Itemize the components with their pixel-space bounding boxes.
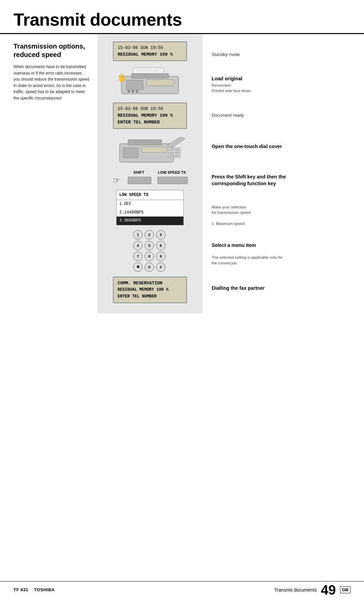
applicable-label: The selected setting is applicable only …: [212, 255, 355, 260]
key-6[interactable]: 6: [156, 241, 165, 250]
key-4[interactable]: 4: [133, 241, 143, 250]
dialling-label: Dialling the fax partner: [212, 285, 355, 291]
hand-pointer-icon: ☞: [113, 176, 120, 185]
load-sub-label: Printed side face down: [212, 88, 355, 93]
right-load-block: Load original Remember: Printed side fac…: [212, 69, 355, 103]
svg-rect-22: [170, 155, 174, 157]
keypad: 1 2 3 4 5 6 7 8 9 ✱ 0 #: [133, 230, 167, 272]
right-open-cover-block: Open the one-touch dial cover: [212, 130, 355, 167]
applicable-label2: the current job.: [212, 260, 355, 266]
lcd1-line2: RESIDUAL MEMORY 100 %: [118, 51, 182, 58]
svg-rect-15: [123, 148, 138, 158]
select-menu-label: Select a menu item: [212, 243, 355, 248]
key-5[interactable]: 5: [145, 241, 154, 250]
lcd1-line1: 15-03-98 SUN 19:56: [118, 45, 182, 51]
right-dialling-block: Dialling the fax partner: [212, 275, 355, 305]
fax-image-2: [113, 134, 187, 166]
key-8[interactable]: 8: [145, 252, 154, 261]
footer-model: TF 631 TOSHIBA: [13, 587, 55, 592]
for-speed-label: for transmission speed: [212, 210, 355, 215]
svg-rect-6: [131, 74, 169, 78]
press-shift-label2: corresponding function key: [212, 181, 355, 186]
key-star[interactable]: ✱: [133, 262, 143, 272]
lcd3-spacer: [165, 281, 167, 286]
footer-brand-text: TOSHIBA: [34, 587, 55, 592]
menu-title: LOW SPEED TX: [117, 190, 183, 200]
key-1[interactable]: 1: [133, 230, 143, 239]
svg-rect-16: [142, 147, 167, 152]
shift-key-button[interactable]: [128, 177, 151, 184]
lcd3-line4: ENTER TEL NUMBER: [118, 294, 156, 299]
center-column: 15-03-98 SUN 19:56 RESIDUAL MEMORY 100 %: [98, 34, 202, 313]
lcd3-line1: COMM. RESERVATION: [118, 281, 162, 286]
press-shift-label: Press the Shift key and then the: [212, 174, 355, 179]
load-original-label: Load original: [212, 76, 355, 81]
menu-item-2[interactable]: 2.14400BPS: [117, 208, 183, 217]
key-7[interactable]: 7: [133, 252, 143, 261]
shift-label: SHIFT: [127, 170, 151, 174]
key-0[interactable]: 0: [145, 262, 154, 272]
svg-rect-18: [170, 149, 174, 151]
shift-keys-row: ☞: [113, 176, 188, 185]
footer-section-text: Transmit documents: [274, 587, 317, 593]
key-hash[interactable]: #: [156, 262, 165, 272]
svg-rect-8: [147, 80, 174, 86]
key-2[interactable]: 2: [145, 230, 154, 239]
shift-key-container: SHIFT LOW SPEED TX ☞: [113, 170, 187, 185]
svg-point-11: [135, 90, 138, 93]
lcd-screen-3: COMM. RESERVATION RESIDUAL MEMORY 100 % …: [113, 277, 187, 303]
max-speed-label: 1: Maximum speed: [212, 221, 355, 226]
fax-image-1: 🖐: [113, 66, 187, 98]
load-remember-label: Remember:: [212, 83, 355, 88]
svg-rect-14: [128, 140, 162, 145]
svg-text:🖐: 🖐: [117, 73, 127, 82]
low-speed-key-button[interactable]: [157, 177, 188, 184]
svg-rect-23: [175, 155, 179, 157]
footer-page-number: 49: [321, 583, 336, 597]
open-cover-label: Open the one-touch dial cover: [212, 144, 355, 149]
right-docready-block: Document ready: [212, 103, 355, 130]
lcd-screen-2: 15-03-98 SUN 19:56 RESIDUAL MEMORY 100 %…: [113, 103, 187, 129]
lcd2-line2: RESIDUAL MEMORY 100 %: [118, 112, 182, 119]
page-title: Transmit documents: [0, 0, 364, 34]
right-column: Standby mode Load original Remember: Pri…: [202, 34, 364, 313]
menu-item-1[interactable]: 1.OFF: [117, 200, 183, 208]
right-selection-block: Make your selection for transmission spe…: [212, 197, 355, 236]
standby-label: Standby mode: [212, 52, 355, 57]
right-select-menu-block: Select a menu item The selected setting …: [212, 236, 355, 275]
key-9[interactable]: 9: [156, 252, 165, 261]
menu-box: LOW SPEED TX 1.OFF 2.14400BPS 3.9600BPS: [116, 190, 184, 225]
low-speed-label: LOW SPEED TX: [157, 170, 187, 174]
lcd2-line3: ENTER TEL NUMBER: [118, 119, 182, 126]
section-title: Transmission options, reduced speed: [13, 42, 90, 59]
right-shift-block: Press the Shift key and then the corresp…: [212, 167, 355, 197]
svg-rect-21: [175, 152, 179, 154]
doc-ready-label: Document ready: [212, 113, 355, 118]
svg-rect-20: [170, 152, 174, 154]
footer: TF 631 TOSHIBA Transmit documents 49 GB: [0, 581, 364, 598]
svg-point-10: [131, 90, 134, 93]
lcd-screen-1: 15-03-98 SUN 19:56 RESIDUAL MEMORY 100 %: [113, 41, 187, 61]
footer-region-badge: GB: [340, 586, 351, 593]
section-description: When documents have to be transmitted ov…: [13, 64, 90, 102]
menu-item-3[interactable]: 3.9600BPS: [117, 217, 183, 225]
footer-model-text: TF 631: [13, 587, 28, 592]
shift-key-labels: SHIFT LOW SPEED TX: [113, 170, 187, 174]
svg-point-9: [127, 90, 130, 93]
make-selection-label: Make your selection: [212, 204, 355, 210]
left-column: Transmission options, reduced speed When…: [0, 34, 98, 313]
key-3[interactable]: 3: [156, 230, 165, 239]
footer-right: Transmit documents 49 GB: [274, 583, 351, 597]
right-standby-block: Standby mode: [212, 42, 355, 69]
svg-rect-7: [126, 80, 143, 90]
lcd3-line3: RESIDUAL MEMORY 100 %: [118, 287, 169, 292]
lcd2-line1: 15-03-98 SUN 19:56: [118, 106, 182, 112]
svg-rect-19: [175, 149, 179, 151]
